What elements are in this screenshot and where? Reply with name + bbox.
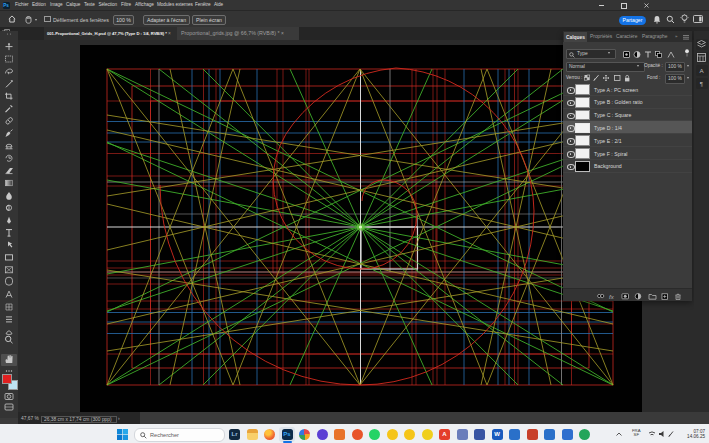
svg-text:fx: fx [609,293,615,299]
